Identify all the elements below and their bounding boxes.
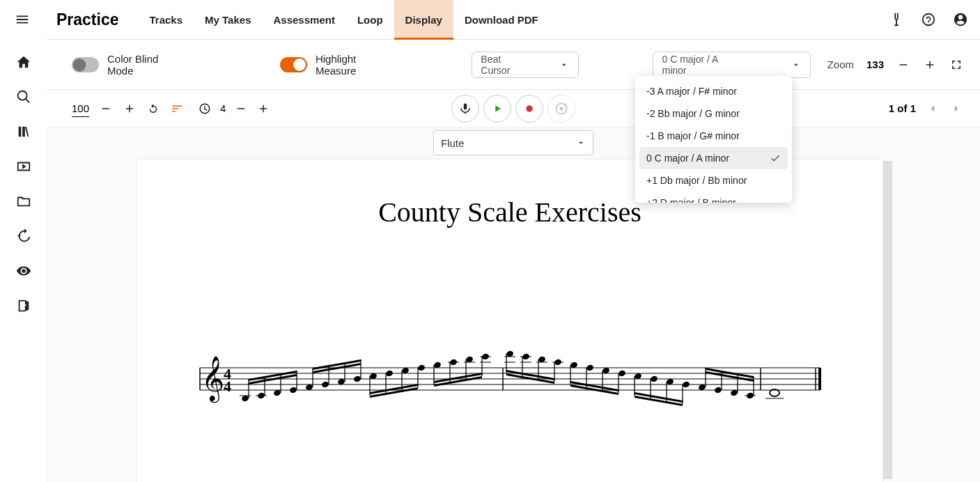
plus-icon [123,102,136,115]
nav-folder[interactable] [15,193,32,210]
option-label: +2 D major / B minor [646,197,736,203]
play-button[interactable] [483,95,511,123]
tempo-increase-button[interactable] [123,102,137,116]
chevron-down-icon [576,138,586,148]
top-header: Practice Tracks My Takes Assessment Loop… [47,0,980,40]
key-option[interactable]: -1 B major / G# minor [635,125,792,147]
hamburger-menu-button[interactable] [14,11,31,28]
tab-display[interactable]: Display [394,0,453,39]
toggle-knob [73,59,86,71]
library-icon [16,124,31,139]
zoom-in-button[interactable] [923,58,937,72]
nav-visibility[interactable] [15,263,32,279]
highlight-toggle-group: Highlight Measure [280,53,398,77]
record-icon [524,104,534,114]
tempo-value[interactable]: 100 [72,102,89,114]
cursor-mode-select[interactable]: Beat Cursor [472,52,579,78]
tab-label: Assessment [274,14,335,26]
reset-icon [147,102,160,115]
zoom-value: 133 [866,59,884,70]
key-dropdown: -3 A major / F# minor -2 Bb major / G mi… [635,76,792,203]
count-in-increase-button[interactable] [256,102,270,116]
key-select[interactable]: 0 C major / A minor [653,52,810,78]
plus-icon [924,59,936,71]
account-button[interactable] [952,11,969,28]
key-option[interactable]: +2 D major / B minor [635,192,792,203]
tab-label: Display [405,14,442,26]
svg-point-32 [321,381,329,389]
svg-point-36 [353,375,361,383]
key-option[interactable]: -2 Bb major / G minor [635,102,792,125]
option-label: +1 Db major / Bb minor [646,175,747,186]
minus-icon [897,59,910,71]
left-nav [0,40,47,482]
nav-library[interactable] [15,123,32,140]
svg-point-96 [682,381,690,389]
highlight-label: Highlight Measure [316,53,398,77]
fullscreen-icon [950,59,963,71]
count-in-group: 4 [198,102,270,116]
color-blind-toggle[interactable] [72,57,99,72]
sort-button[interactable] [170,102,184,116]
tab-loop[interactable]: Loop [346,0,394,39]
key-option[interactable]: -3 A major / F# minor [635,80,792,102]
nav-search[interactable] [15,88,32,105]
fullscreen-button[interactable] [949,58,963,72]
instrument-value: Flute [441,137,464,149]
count-in-value: 4 [220,102,226,114]
header-right [888,11,969,28]
hamburger-icon [15,12,30,27]
key-option[interactable]: +1 Db major / Bb minor [635,169,792,192]
help-button[interactable] [920,11,937,28]
count-in-decrease-button[interactable] [234,102,248,116]
tempo-group: 100 [72,102,184,116]
key-option-selected[interactable]: 0 C major / A minor [639,147,788,169]
tuning-fork-icon [889,12,904,27]
search-icon [16,89,31,104]
select-value: 0 C major / A minor [662,54,742,76]
check-icon [770,153,781,164]
vertical-scrollbar[interactable] [882,161,892,479]
nav-video[interactable] [15,158,32,175]
count-in-icon-btn[interactable] [198,102,212,116]
exit-icon [16,298,31,313]
score-sheet[interactable]: County Scale Exercises � [137,160,882,482]
select-value: Beat Cursor [481,54,531,76]
next-page-button[interactable] [949,102,963,116]
zoom-out-button[interactable] [896,58,910,72]
tempo-decrease-button[interactable] [99,102,113,116]
help-icon [921,12,936,27]
tempo-reset-button[interactable] [146,102,160,116]
svg-text:4: 4 [224,378,231,395]
prev-page-button[interactable] [926,102,940,116]
tab-download-pdf[interactable]: Download PDF [453,0,550,39]
tab-tracks[interactable]: Tracks [139,0,194,39]
tab-label: Loop [357,14,383,26]
nav-history[interactable] [15,228,32,244]
option-label: -2 Bb major / G minor [646,108,740,119]
svg-text:𝄞: 𝄞 [201,356,224,403]
highlight-toggle[interactable] [280,57,307,72]
tab-assessment[interactable]: Assessment [263,0,346,39]
header-tabs: Tracks My Takes Assessment Loop Display … [139,0,550,39]
color-blind-toggle-group: Color Blind Mode [72,53,185,77]
record-button[interactable] [515,95,543,123]
tuner-button[interactable] [888,11,905,28]
instrument-select[interactable]: Flute [433,130,593,155]
nav-exit[interactable] [15,297,32,314]
minus-icon [235,102,247,115]
music-staff: 𝄞 4 4 [193,340,827,417]
chevron-right-icon [950,102,963,115]
option-label: -3 A major / F# minor [646,86,737,97]
svg-point-102 [714,387,722,394]
svg-point-2 [560,107,563,110]
mic-icon [459,102,472,115]
svg-point-0 [526,105,532,111]
option-label: -1 B major / G# minor [646,130,740,141]
nav-home[interactable] [15,54,32,70]
mic-button[interactable] [451,95,479,123]
playback-bar: 100 4 1 of 1 [47,90,980,127]
tab-my-takes[interactable]: My Takes [194,0,262,39]
accompaniment-button[interactable] [547,95,575,123]
play-icon [492,103,503,114]
